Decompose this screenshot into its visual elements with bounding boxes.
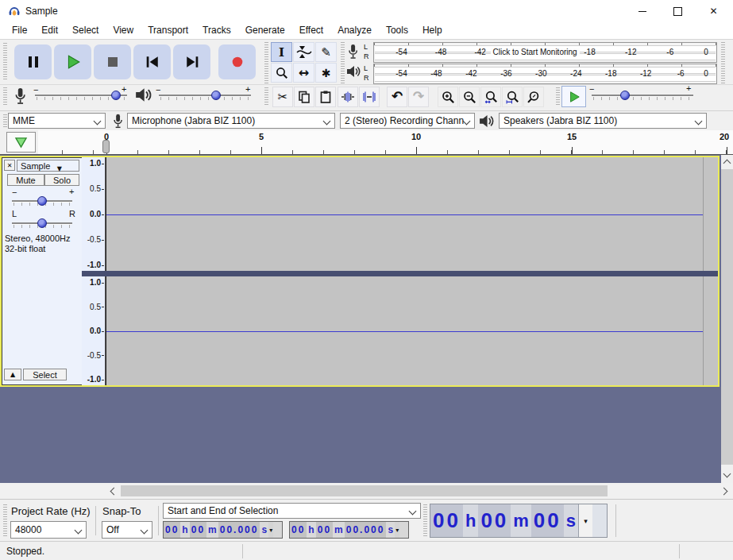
field-caret-icon[interactable]: ▾ — [578, 504, 592, 537]
vertical-scrollbar[interactable] — [721, 155, 733, 483]
scroll-left-icon[interactable] — [110, 488, 118, 496]
time-segment[interactable]: 00 — [478, 504, 511, 537]
recording-channels-select[interactable]: 2 (Stereo) Recording Chann — [340, 113, 475, 129]
pause-button[interactable] — [14, 44, 52, 79]
scroll-right-icon[interactable] — [720, 488, 728, 496]
recording-meter-grip[interactable] — [341, 42, 345, 83]
paste-button[interactable] — [315, 87, 336, 107]
monitoring-hint[interactable]: Click to Start Monitoring — [490, 48, 579, 56]
play-at-speed-grip[interactable] — [556, 87, 560, 106]
time-segment[interactable]: 00 — [190, 522, 206, 538]
selection-tool-button[interactable]: I — [271, 42, 292, 62]
recording-device-select[interactable]: Microphone (Jabra BIZ 1100) — [127, 113, 335, 129]
cut-button[interactable]: ✂ — [272, 87, 293, 107]
time-segment[interactable]: h — [463, 504, 478, 537]
menu-item-6[interactable]: Generate — [238, 22, 292, 39]
vertical-ruler-right[interactable]: 1.00.50.0-0.5-1.0 — [82, 276, 106, 385]
time-segment[interactable]: s — [260, 522, 268, 538]
transport-toolbar-grip[interactable] — [3, 43, 7, 81]
pan-slider[interactable] — [12, 217, 72, 230]
field-caret-icon[interactable]: ▾ — [395, 522, 399, 538]
skip-to-start-button[interactable] — [133, 44, 171, 79]
track-name-menu[interactable]: Sample ▼ — [17, 160, 79, 172]
draw-tool-button[interactable]: ✎ — [315, 42, 337, 62]
redo-button[interactable]: ↷ — [408, 87, 429, 107]
project-rate-select[interactable]: 48000 — [10, 521, 87, 539]
scroll-down-icon[interactable] — [723, 470, 731, 478]
snap-to-select[interactable]: Off — [102, 521, 152, 539]
channel-separator[interactable] — [82, 271, 718, 276]
menu-item-2[interactable]: Select — [65, 22, 106, 39]
scroll-up-icon[interactable] — [723, 160, 731, 168]
track-close-button[interactable]: ✕ — [4, 160, 15, 171]
maximize-button[interactable] — [660, 0, 696, 22]
menu-item-1[interactable]: Edit — [34, 22, 65, 39]
meter-end-grip[interactable] — [721, 42, 725, 83]
field-caret-icon[interactable]: ▾ — [268, 522, 273, 538]
horizontal-scrollbar[interactable] — [0, 483, 733, 499]
time-segment[interactable]: 00 — [164, 522, 180, 538]
menu-item-5[interactable]: Tracks — [195, 22, 238, 39]
playback-device-select[interactable]: Speakers (Jabra BIZ 1100) — [499, 113, 707, 129]
timeline-ruler[interactable]: 05101520 — [38, 130, 733, 154]
playback-volume-thumb[interactable] — [211, 91, 221, 100]
time-segment[interactable]: 00.000 — [345, 522, 387, 538]
time-segment[interactable]: 00 — [430, 504, 463, 537]
recording-meter[interactable]: -54-48-42-18-12-60 Click to Start Monito… — [373, 42, 717, 63]
playback-volume-slider[interactable] — [159, 89, 251, 102]
skip-to-end-button[interactable] — [173, 44, 210, 79]
selection-toolbar-grip[interactable] — [3, 504, 7, 536]
menu-item-9[interactable]: Tools — [379, 22, 415, 39]
fit-project-button[interactable] — [502, 87, 523, 107]
menu-item-0[interactable]: File — [5, 22, 34, 39]
play-at-speed-button[interactable] — [561, 86, 586, 107]
trim-audio-button[interactable] — [338, 87, 358, 107]
audio-track[interactable]: ✕ Sample ▼ Mute Solo − + L R — [0, 156, 719, 387]
audio-host-select[interactable]: MME — [8, 113, 106, 129]
gain-slider-thumb[interactable] — [37, 196, 47, 206]
timeshift-tool-button[interactable]: ↔ — [293, 63, 314, 83]
zoom-tool-button[interactable] — [271, 63, 292, 83]
time-segment[interactable]: s — [386, 522, 395, 538]
stop-button[interactable] — [94, 44, 131, 79]
playback-meter[interactable]: -54-48-42-36-30-24-18-12-60 — [373, 64, 717, 84]
zoom-in-button[interactable] — [438, 87, 458, 107]
time-segment[interactable]: h — [307, 522, 315, 538]
close-button[interactable]: ✕ — [696, 0, 731, 22]
gain-slider[interactable] — [12, 195, 72, 207]
mixer-toolbar-grip[interactable] — [3, 87, 7, 106]
track-select-button[interactable]: Select — [23, 369, 67, 380]
fit-selection-button[interactable] — [480, 87, 501, 107]
selection-start-field[interactable]: 00h00m00.000s▾ — [163, 521, 283, 539]
timeline-pin-button[interactable] — [6, 132, 36, 153]
menu-item-7[interactable]: Effect — [292, 22, 330, 39]
track-canvas[interactable]: ✕ Sample ▼ Mute Solo − + L R — [0, 155, 733, 483]
menu-item-3[interactable]: View — [106, 22, 141, 39]
tools-toolbar-grip[interactable] — [264, 42, 268, 83]
device-toolbar-grip[interactable] — [3, 114, 7, 128]
time-segment[interactable]: h — [180, 522, 189, 538]
minimize-button[interactable] — [624, 0, 660, 22]
waveform-right[interactable] — [106, 276, 718, 385]
zoom-out-button[interactable] — [459, 87, 480, 107]
recording-volume-thumb[interactable] — [111, 91, 121, 100]
time-segment[interactable]: 00.000 — [218, 522, 260, 538]
play-button[interactable] — [54, 44, 91, 79]
playhead-grab-handle[interactable] — [102, 140, 110, 153]
vertical-ruler-left[interactable]: 1.00.50.0-0.5-1.0 — [82, 157, 106, 271]
record-button[interactable] — [218, 44, 256, 79]
play-speed-slider[interactable] — [592, 89, 693, 102]
menu-item-10[interactable]: Help — [415, 22, 449, 39]
time-segment[interactable]: 00 — [531, 504, 564, 537]
selection-mode-select[interactable]: Start and End of Selection — [163, 503, 421, 519]
time-segment[interactable]: s — [564, 504, 578, 537]
time-segment[interactable]: m — [333, 522, 345, 538]
silence-audio-button[interactable] — [359, 87, 380, 107]
time-segment[interactable]: 00 — [290, 522, 307, 538]
edit-toolbar-grip[interactable] — [264, 87, 268, 106]
time-segment[interactable]: 00 — [316, 522, 333, 538]
audio-position-display[interactable]: 00h00m00s▾ — [430, 504, 608, 538]
solo-button[interactable]: Solo — [44, 174, 79, 186]
collapse-track-button[interactable]: ▲ — [4, 369, 21, 380]
vertical-scrollbar-thumb[interactable] — [721, 169, 733, 465]
